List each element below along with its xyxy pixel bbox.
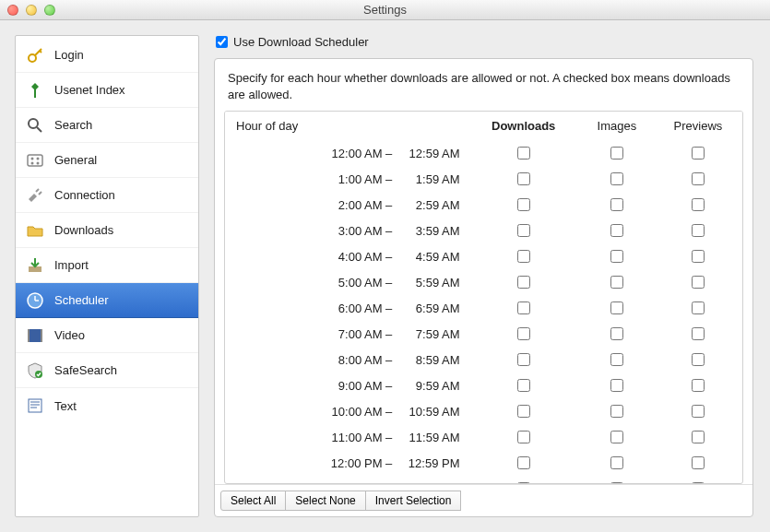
sidebar-item-downloads[interactable]: Downloads	[16, 213, 198, 248]
sidebar-item-scheduler[interactable]: Scheduler	[16, 283, 198, 318]
previews-cell	[654, 243, 742, 269]
previews-checkbox[interactable]	[692, 301, 705, 314]
hour-cell: 3:00 AM–3:59 AM	[225, 218, 468, 243]
previews-checkbox[interactable]	[692, 379, 705, 392]
hour-end: 12:59 AM	[396, 147, 460, 160]
hour-start: 11:00 AM	[318, 431, 383, 444]
hour-cell: 12:00 AM–12:59 AM	[225, 140, 468, 166]
sidebar-item-label: Connection	[54, 188, 115, 202]
previews-checkbox[interactable]	[692, 276, 705, 289]
sidebar-item-safesearch[interactable]: SafeSearch	[16, 353, 198, 388]
previews-checkbox[interactable]	[692, 431, 705, 443]
svg-line-5	[37, 127, 41, 132]
downloads-cell	[468, 321, 580, 347]
sidebar-item-import[interactable]: Import	[16, 248, 198, 283]
downloads-checkbox[interactable]	[517, 456, 530, 469]
sidebar-item-video[interactable]: Video	[16, 318, 198, 353]
downloads-checkbox[interactable]	[517, 431, 530, 443]
images-checkbox[interactable]	[610, 456, 623, 469]
downloads-checkbox[interactable]	[517, 172, 530, 185]
svg-line-12	[39, 192, 41, 195]
sidebar-item-connection[interactable]: Connection	[16, 178, 198, 213]
downloads-checkbox[interactable]	[517, 405, 530, 418]
images-checkbox[interactable]	[610, 431, 623, 443]
sidebar-item-search[interactable]: Search	[16, 108, 198, 143]
previews-checkbox[interactable]	[692, 250, 705, 263]
table-row: 10:00 AM–10:59 AM	[225, 398, 742, 424]
hour-start: 1:00 AM	[318, 172, 383, 186]
sidebar-item-label: Scheduler	[54, 293, 109, 307]
images-checkbox[interactable]	[610, 172, 623, 185]
images-cell	[580, 372, 654, 398]
previews-checkbox[interactable]	[692, 327, 705, 340]
shield-icon	[25, 361, 45, 381]
previews-cell	[654, 321, 742, 347]
select-all-button[interactable]: Select All	[220, 491, 286, 511]
previews-checkbox[interactable]	[692, 456, 705, 469]
downloads-checkbox[interactable]	[517, 301, 530, 314]
sidebar-item-usenet-index[interactable]: Usenet Index	[16, 73, 198, 108]
downloads-cell	[468, 243, 580, 269]
downloads-cell	[468, 372, 580, 398]
previews-checkbox[interactable]	[692, 147, 705, 160]
hour-dash: –	[383, 276, 396, 290]
previews-checkbox[interactable]	[692, 353, 705, 366]
select-none-button[interactable]: Select None	[285, 491, 365, 511]
downloads-checkbox[interactable]	[517, 147, 530, 160]
previews-checkbox[interactable]	[692, 198, 705, 211]
downloads-checkbox[interactable]	[517, 379, 530, 392]
downloads-checkbox[interactable]	[517, 224, 530, 237]
previews-checkbox[interactable]	[692, 172, 705, 185]
table-row: 8:00 AM–8:59 AM	[225, 347, 742, 372]
images-cell	[580, 398, 654, 424]
images-checkbox[interactable]	[610, 147, 623, 160]
downloads-checkbox[interactable]	[517, 198, 530, 211]
table-row: 3:00 AM–3:59 AM	[225, 218, 742, 243]
previews-cell	[654, 269, 742, 295]
downloads-checkbox[interactable]	[517, 353, 530, 366]
sidebar-item-text[interactable]: Text	[16, 388, 198, 423]
hour-end: 9:59 AM	[396, 379, 460, 393]
invert-selection-button[interactable]: Invert Selection	[365, 491, 462, 511]
images-checkbox[interactable]	[610, 353, 623, 366]
downloads-cell	[468, 347, 580, 372]
images-checkbox[interactable]	[610, 301, 623, 314]
main-panel: Use Download Scheduler Specify for each …	[214, 35, 753, 517]
sidebar-item-general[interactable]: General	[16, 143, 198, 178]
col-hour-header[interactable]: Hour of day	[225, 112, 468, 140]
images-checkbox[interactable]	[610, 405, 623, 418]
hour-end: 1:59 AM	[396, 172, 460, 186]
images-cell	[580, 424, 654, 450]
schedule-scroll[interactable]: Hour of day Downloads Images Previews 12…	[225, 112, 742, 483]
downloads-checkbox[interactable]	[517, 327, 530, 340]
images-checkbox[interactable]	[610, 482, 623, 483]
previews-cell	[654, 450, 742, 476]
hour-dash: –	[383, 224, 396, 238]
use-scheduler-label[interactable]: Use Download Scheduler	[233, 35, 369, 49]
hour-dash: –	[383, 456, 396, 470]
images-checkbox[interactable]	[610, 327, 623, 340]
images-checkbox[interactable]	[610, 250, 623, 263]
previews-checkbox[interactable]	[692, 224, 705, 237]
hour-end: 12:59 PM	[396, 456, 460, 470]
images-checkbox[interactable]	[610, 224, 623, 237]
use-scheduler-checkbox[interactable]	[216, 36, 228, 48]
hour-start: 4:00 AM	[318, 250, 383, 264]
downloads-checkbox[interactable]	[517, 250, 530, 263]
col-images-header[interactable]: Images	[580, 112, 654, 140]
sidebar-item-login[interactable]: Login	[16, 38, 198, 73]
previews-checkbox[interactable]	[692, 405, 705, 418]
col-downloads-header[interactable]: Downloads	[468, 112, 580, 140]
images-cell	[580, 295, 654, 321]
images-checkbox[interactable]	[610, 276, 623, 289]
sidebar-item-label: Search	[54, 118, 92, 132]
previews-checkbox[interactable]	[692, 482, 705, 483]
images-checkbox[interactable]	[610, 198, 623, 211]
downloads-checkbox[interactable]	[517, 482, 530, 483]
col-previews-header[interactable]: Previews	[654, 112, 742, 140]
svg-rect-17	[30, 329, 41, 342]
titlebar: Settings	[0, 0, 770, 20]
downloads-checkbox[interactable]	[517, 276, 530, 289]
hour-cell: 12:00 PM–12:59 PM	[225, 450, 468, 476]
images-checkbox[interactable]	[610, 379, 623, 392]
